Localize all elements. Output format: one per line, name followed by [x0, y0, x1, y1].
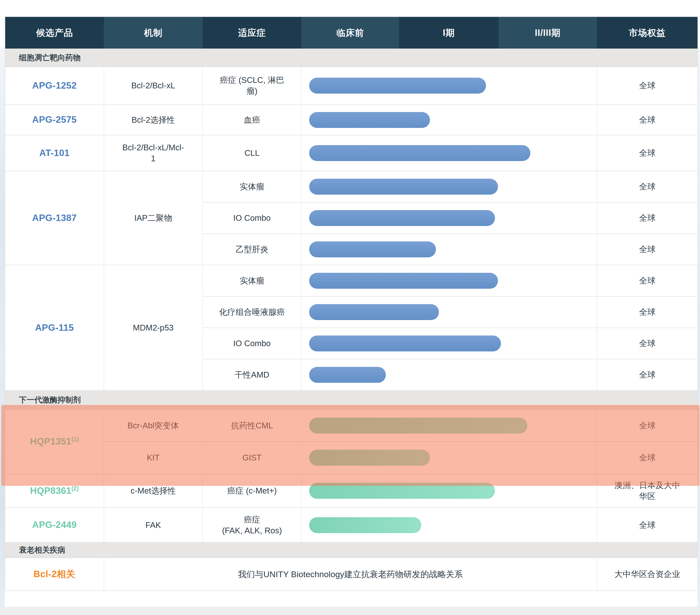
column-header-phase1: I期: [399, 17, 499, 49]
mechanism-cell: Bcl-2选择性: [104, 104, 202, 135]
phase-progress-bar: [309, 335, 501, 351]
section-label: 衰老相关疾病: [5, 542, 698, 558]
market-cell: 全球: [597, 135, 698, 171]
phase-cell: [301, 296, 597, 328]
indication-cell: 实体瘤: [202, 265, 301, 296]
pipeline-table: 候选产品 机制 适应症 临床前 I期 II/III期 市场权益 细胞凋亡靶向药物…: [5, 16, 698, 591]
product-link-apg1387[interactable]: APG-1387: [32, 213, 77, 223]
market-cell: 全球: [597, 202, 698, 234]
indication-cell: 乙型肝炎: [202, 234, 301, 265]
product-link-hqp1351[interactable]: HQP1351(1): [30, 436, 79, 447]
indication-cell: 实体瘤: [202, 171, 301, 202]
market-cell: 全球: [597, 296, 698, 328]
table-row: APG-1252 Bcl-2/Bcl-xL 癌症 (SCLC, 淋巴 瘤) 全球: [5, 67, 698, 104]
market-cell: 全球: [597, 441, 698, 474]
phase-track: [302, 483, 597, 499]
mechanism-cell: Bcl-2/Bcl-xL: [104, 67, 202, 104]
table-row: APG-2575 Bcl-2选择性 血癌 全球: [5, 104, 698, 135]
footnote-marker: (1): [72, 436, 79, 443]
product-link-apg2575[interactable]: APG-2575: [32, 115, 77, 125]
phase-progress-bar: [309, 273, 498, 289]
indication-cell: 化疗组合唾液腺癌: [202, 296, 301, 328]
phase-cell: [301, 508, 597, 542]
pipeline-page: 候选产品 机制 适应症 临床前 I期 II/III期 市场权益 细胞凋亡靶向药物…: [0, 0, 700, 615]
phase-track: [302, 418, 597, 434]
section-label: 细胞凋亡靶向药物: [5, 49, 698, 67]
mechanism-cell: Bcr-Abl突变体: [104, 409, 202, 441]
phase-cell: [301, 135, 597, 171]
indication-cell: CLL: [202, 135, 301, 171]
phase-progress-bar: [309, 179, 498, 195]
table-row: APG-115 MDM2-p53 实体瘤 全球: [5, 265, 698, 296]
partnership-note-cell: 我们与UNITY Biotechnology建立抗衰老药物研发的战略关系: [104, 558, 597, 591]
phase-cell: [301, 359, 597, 390]
indication-cell: IO Combo: [202, 202, 301, 234]
indication-cell: 干性AMD: [202, 359, 301, 390]
product-link-apg115[interactable]: APG-115: [35, 322, 74, 333]
market-cell: 全球: [597, 328, 698, 359]
product-link-at101[interactable]: AT-101: [39, 148, 70, 158]
phase-progress-bar: [309, 78, 486, 93]
product-cell: HQP1351(1): [5, 409, 104, 474]
product-link-bcl2[interactable]: Bcl-2相关: [34, 569, 75, 579]
product-cell: APG-1252: [5, 67, 104, 104]
market-cell: 全球: [597, 265, 698, 296]
section-row-apoptosis: 细胞凋亡靶向药物: [5, 49, 698, 67]
footnote-marker: (2): [72, 485, 79, 491]
indication-cell: 血癌: [202, 104, 301, 135]
market-cell: 澳洲、日本及大中 华区: [597, 474, 698, 508]
table-row-highlighted: KIT GIST 全球: [5, 441, 698, 474]
product-link-apg1252[interactable]: APG-1252: [32, 80, 77, 91]
market-cell: 全球: [597, 359, 698, 390]
product-cell: APG-2575: [5, 104, 104, 135]
product-cell: APG-2449: [5, 508, 104, 542]
indication-cell: GIST: [202, 441, 301, 474]
phase-cell: [301, 171, 597, 202]
phase-track: [302, 179, 597, 195]
phase-track: [302, 78, 597, 93]
table-row: APG-1387 IAP二聚物 实体瘤 全球: [5, 171, 698, 202]
phase-progress-bar: [309, 483, 495, 499]
phase-cell: [301, 441, 597, 474]
phase-progress-bar: [309, 112, 430, 128]
phase-progress-bar: [309, 241, 436, 257]
column-header-product: 候选产品: [5, 17, 104, 49]
market-cell: 全球: [597, 409, 698, 441]
phase-track: [302, 210, 597, 226]
product-link-apg2449[interactable]: APG-2449: [32, 520, 77, 530]
section-row-aging: 衰老相关疾病: [5, 542, 698, 558]
phase-track: [302, 335, 597, 351]
product-cell: AT-101: [5, 135, 104, 171]
mechanism-cell: FAK: [104, 508, 202, 542]
bottom-sliver: [0, 613, 700, 615]
phase-cell: [301, 474, 597, 508]
column-header-mechanism: 机制: [104, 17, 202, 49]
product-cell: HQP8361(2): [5, 474, 104, 508]
phase-cell: [301, 328, 597, 359]
page-background-left: [0, 47, 5, 615]
phase-progress-bar: [309, 145, 530, 161]
phase-progress-bar: [309, 367, 386, 383]
phase-progress-bar: [309, 304, 439, 320]
phase-progress-bar: [309, 418, 527, 434]
header-row: 候选产品 机制 适应症 临床前 I期 II/III期 市场权益: [5, 17, 698, 49]
market-cell: 全球: [597, 104, 698, 135]
phase-progress-bar: [309, 450, 430, 466]
column-header-preclinical: 临床前: [301, 17, 399, 49]
phase-track: [302, 517, 597, 533]
mechanism-cell: IAP二聚物: [104, 171, 202, 265]
phase-track: [302, 273, 597, 289]
product-link-hqp8361[interactable]: HQP8361(2): [30, 486, 79, 496]
column-header-market-rights: 市场权益: [597, 17, 698, 49]
section-row-kinase: 下一代激酶抑制剂: [5, 390, 698, 409]
indication-cell: 癌症 (FAK, ALK, Ros): [202, 508, 301, 542]
table-row-highlighted: HQP1351(1) Bcr-Abl突变体 抗药性CML 全球: [5, 409, 698, 441]
table-row: APG-2449 FAK 癌症 (FAK, ALK, Ros) 全球: [5, 508, 698, 542]
market-cell: 全球: [597, 67, 698, 104]
phase-cell: [301, 67, 597, 104]
phase-track: [302, 112, 597, 128]
phase-track: [302, 241, 597, 257]
phase-cell: [301, 265, 597, 296]
indication-cell: IO Combo: [202, 328, 301, 359]
product-cell: Bcl-2相关: [5, 558, 104, 591]
